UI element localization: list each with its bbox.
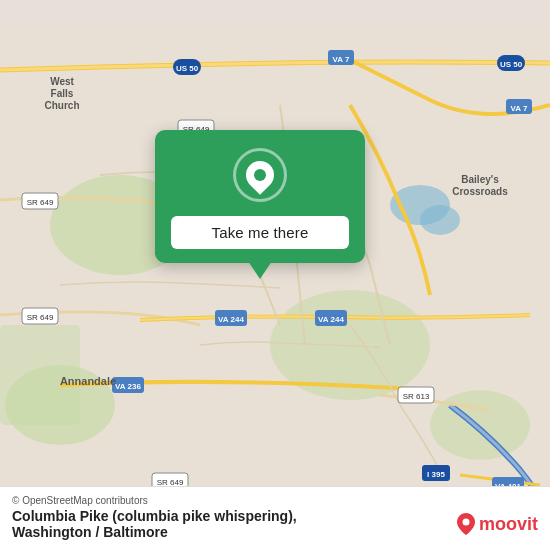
svg-point-7 [420,205,460,235]
svg-text:I 395: I 395 [427,470,445,479]
moovit-pin-icon [457,513,475,535]
svg-text:US 50: US 50 [176,64,199,73]
location-popup: Take me there [155,130,365,263]
moovit-brand-text: moovit [479,514,538,535]
svg-point-4 [430,390,530,460]
svg-text:Crossroads: Crossroads [452,186,508,197]
bottom-info-bar: © OpenStreetMap contributors Columbia Pi… [0,486,550,550]
location-pin-icon [233,148,287,202]
popup-tail [248,261,272,279]
svg-text:VA 7: VA 7 [511,104,528,113]
pin-shape [240,155,280,195]
svg-text:Annandale: Annandale [60,375,116,387]
svg-text:VA 7: VA 7 [333,55,350,64]
svg-text:Falls: Falls [51,88,74,99]
svg-text:US 50: US 50 [500,60,523,69]
take-me-there-button[interactable]: Take me there [171,216,349,249]
svg-text:SR 613: SR 613 [403,392,430,401]
moovit-logo: moovit [457,513,538,535]
svg-text:VA 236: VA 236 [115,382,141,391]
location-title: Columbia Pike (columbia pike whispering)… [12,508,538,540]
svg-text:Church: Church [45,100,80,111]
svg-point-42 [462,519,469,526]
location-name-text: Columbia Pike (columbia pike whispering)… [12,508,297,524]
svg-text:SR 649: SR 649 [27,313,54,322]
svg-text:VA 244: VA 244 [218,315,244,324]
svg-text:West: West [50,76,74,87]
osm-attribution: © OpenStreetMap contributors [12,495,538,506]
location-region-text: Washington / Baltimore [12,524,168,540]
svg-text:VA 244: VA 244 [318,315,344,324]
svg-text:SR 649: SR 649 [27,198,54,207]
svg-text:Bailey's: Bailey's [461,174,499,185]
map-container: SR 649 SR 649 SR 649 US 50 US 50 VA 7 VA… [0,0,550,550]
map-background: SR 649 SR 649 SR 649 US 50 US 50 VA 7 VA… [0,0,550,550]
